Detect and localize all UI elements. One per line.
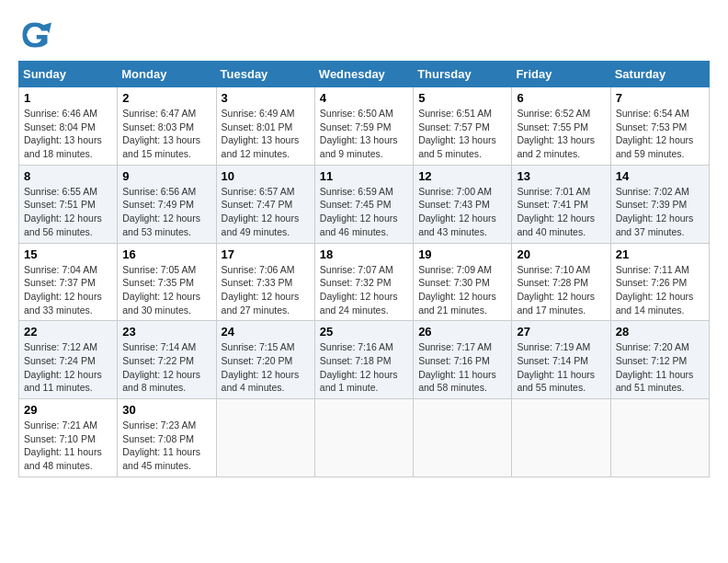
day-info: Sunrise: 6:50 AM Sunset: 7:59 PM Dayligh… (320, 107, 408, 161)
logo (18, 18, 57, 52)
day-number: 10 (222, 169, 310, 183)
day-info: Sunrise: 7:17 AM Sunset: 7:16 PM Dayligh… (418, 340, 506, 395)
day-info: Sunrise: 7:11 AM Sunset: 7:26 PM Dayligh… (616, 263, 704, 317)
day-info: Sunrise: 7:00 AM Sunset: 7:43 PM Dayligh… (418, 185, 506, 239)
day-info: Sunrise: 6:54 AM Sunset: 7:53 PM Dayligh… (616, 107, 704, 161)
calendar-cell: 6 Sunrise: 6:52 AM Sunset: 7:55 PM Dayli… (512, 87, 610, 166)
calendar-cell: 2 Sunrise: 6:47 AM Sunset: 8:03 PM Dayli… (118, 87, 216, 166)
day-info: Sunrise: 7:14 AM Sunset: 7:22 PM Dayligh… (122, 340, 210, 395)
weekday-header-monday: Monday (118, 62, 216, 87)
calendar-cell: 8 Sunrise: 6:55 AM Sunset: 7:51 PM Dayli… (19, 165, 118, 243)
day-number: 1 (24, 91, 112, 105)
calendar-cell: 10 Sunrise: 6:57 AM Sunset: 7:47 PM Dayl… (216, 165, 314, 243)
calendar-cell: 16 Sunrise: 7:05 AM Sunset: 7:35 PM Dayl… (118, 243, 216, 321)
weekday-header-sunday: Sunday (19, 62, 118, 87)
day-info: Sunrise: 6:49 AM Sunset: 8:01 PM Dayligh… (222, 107, 310, 161)
day-number: 13 (517, 169, 605, 183)
weekday-header-saturday: Saturday (610, 62, 709, 87)
calendar-cell: 1 Sunrise: 6:46 AM Sunset: 8:04 PM Dayli… (19, 87, 118, 166)
day-number: 14 (616, 169, 704, 183)
calendar-cell: 15 Sunrise: 7:04 AM Sunset: 7:37 PM Dayl… (19, 243, 118, 321)
day-number: 2 (122, 91, 210, 105)
logo-icon (18, 18, 51, 52)
day-info: Sunrise: 7:16 AM Sunset: 7:18 PM Dayligh… (320, 340, 408, 395)
day-info: Sunrise: 7:02 AM Sunset: 7:39 PM Dayligh… (616, 185, 704, 239)
calendar-table: SundayMondayTuesdayWednesdayThursdayFrid… (18, 61, 710, 477)
calendar-cell: 29 Sunrise: 7:21 AM Sunset: 7:10 PM Dayl… (19, 399, 118, 477)
day-number: 11 (320, 169, 408, 183)
calendar-cell (414, 399, 512, 477)
day-number: 25 (320, 325, 408, 339)
day-info: Sunrise: 6:57 AM Sunset: 7:47 PM Dayligh… (222, 185, 310, 239)
day-number: 8 (24, 169, 112, 183)
day-number: 17 (222, 247, 310, 261)
calendar-cell: 11 Sunrise: 6:59 AM Sunset: 7:45 PM Dayl… (314, 165, 413, 243)
calendar-cell (314, 399, 413, 477)
day-number: 20 (517, 247, 605, 261)
calendar-cell (512, 399, 610, 477)
day-number: 24 (222, 325, 310, 339)
day-info: Sunrise: 7:12 AM Sunset: 7:24 PM Dayligh… (24, 340, 112, 395)
calendar-cell: 20 Sunrise: 7:10 AM Sunset: 7:28 PM Dayl… (512, 243, 610, 321)
day-number: 12 (418, 169, 506, 183)
weekday-header-thursday: Thursday (414, 62, 512, 87)
day-number: 22 (24, 325, 112, 339)
day-number: 18 (320, 247, 408, 261)
calendar-cell: 3 Sunrise: 6:49 AM Sunset: 8:01 PM Dayli… (216, 87, 314, 166)
day-number: 6 (517, 91, 605, 105)
calendar-cell: 12 Sunrise: 7:00 AM Sunset: 7:43 PM Dayl… (414, 165, 512, 243)
day-info: Sunrise: 6:56 AM Sunset: 7:49 PM Dayligh… (122, 185, 210, 239)
day-info: Sunrise: 7:21 AM Sunset: 7:10 PM Dayligh… (24, 419, 112, 473)
page-header (18, 18, 710, 52)
day-number: 26 (418, 325, 506, 339)
calendar-cell: 26 Sunrise: 7:17 AM Sunset: 7:16 PM Dayl… (414, 321, 512, 399)
day-info: Sunrise: 6:55 AM Sunset: 7:51 PM Dayligh… (24, 185, 112, 239)
day-info: Sunrise: 7:19 AM Sunset: 7:14 PM Dayligh… (517, 340, 605, 395)
day-info: Sunrise: 7:10 AM Sunset: 7:28 PM Dayligh… (517, 263, 605, 317)
day-number: 5 (418, 91, 506, 105)
day-number: 9 (122, 169, 210, 183)
day-info: Sunrise: 7:15 AM Sunset: 7:20 PM Dayligh… (222, 340, 310, 395)
weekday-header-wednesday: Wednesday (314, 62, 413, 87)
calendar-cell: 7 Sunrise: 6:54 AM Sunset: 7:53 PM Dayli… (610, 87, 709, 166)
calendar-cell: 19 Sunrise: 7:09 AM Sunset: 7:30 PM Dayl… (414, 243, 512, 321)
calendar-cell: 25 Sunrise: 7:16 AM Sunset: 7:18 PM Dayl… (314, 321, 413, 399)
calendar-cell: 5 Sunrise: 6:51 AM Sunset: 7:57 PM Dayli… (414, 87, 512, 166)
day-number: 23 (122, 325, 210, 339)
day-number: 7 (616, 91, 704, 105)
calendar-cell: 23 Sunrise: 7:14 AM Sunset: 7:22 PM Dayl… (118, 321, 216, 399)
calendar-cell: 21 Sunrise: 7:11 AM Sunset: 7:26 PM Dayl… (610, 243, 709, 321)
calendar-cell: 27 Sunrise: 7:19 AM Sunset: 7:14 PM Dayl… (512, 321, 610, 399)
calendar-cell: 30 Sunrise: 7:23 AM Sunset: 7:08 PM Dayl… (118, 399, 216, 477)
weekday-header-friday: Friday (512, 62, 610, 87)
calendar-cell: 13 Sunrise: 7:01 AM Sunset: 7:41 PM Dayl… (512, 165, 610, 243)
day-info: Sunrise: 6:46 AM Sunset: 8:04 PM Dayligh… (24, 107, 112, 161)
day-info: Sunrise: 7:04 AM Sunset: 7:37 PM Dayligh… (24, 263, 112, 317)
day-number: 19 (418, 247, 506, 261)
day-number: 27 (517, 325, 605, 339)
calendar-cell: 28 Sunrise: 7:20 AM Sunset: 7:12 PM Dayl… (610, 321, 709, 399)
calendar-cell: 22 Sunrise: 7:12 AM Sunset: 7:24 PM Dayl… (19, 321, 118, 399)
day-number: 30 (122, 403, 210, 417)
day-info: Sunrise: 7:07 AM Sunset: 7:32 PM Dayligh… (320, 263, 408, 317)
day-info: Sunrise: 7:20 AM Sunset: 7:12 PM Dayligh… (616, 340, 704, 395)
calendar-cell (610, 399, 709, 477)
calendar-cell: 18 Sunrise: 7:07 AM Sunset: 7:32 PM Dayl… (314, 243, 413, 321)
day-info: Sunrise: 7:23 AM Sunset: 7:08 PM Dayligh… (122, 419, 210, 473)
calendar-cell: 17 Sunrise: 7:06 AM Sunset: 7:33 PM Dayl… (216, 243, 314, 321)
day-number: 3 (222, 91, 310, 105)
calendar-cell: 4 Sunrise: 6:50 AM Sunset: 7:59 PM Dayli… (314, 87, 413, 166)
day-info: Sunrise: 7:05 AM Sunset: 7:35 PM Dayligh… (122, 263, 210, 317)
day-info: Sunrise: 7:06 AM Sunset: 7:33 PM Dayligh… (222, 263, 310, 317)
calendar-cell: 24 Sunrise: 7:15 AM Sunset: 7:20 PM Dayl… (216, 321, 314, 399)
day-info: Sunrise: 6:47 AM Sunset: 8:03 PM Dayligh… (122, 107, 210, 161)
day-number: 28 (616, 325, 704, 339)
day-number: 29 (24, 403, 112, 417)
day-number: 4 (320, 91, 408, 105)
day-number: 21 (616, 247, 704, 261)
day-info: Sunrise: 7:09 AM Sunset: 7:30 PM Dayligh… (418, 263, 506, 317)
day-number: 15 (24, 247, 112, 261)
day-info: Sunrise: 6:51 AM Sunset: 7:57 PM Dayligh… (418, 107, 506, 161)
day-info: Sunrise: 7:01 AM Sunset: 7:41 PM Dayligh… (517, 185, 605, 239)
calendar-cell (216, 399, 314, 477)
